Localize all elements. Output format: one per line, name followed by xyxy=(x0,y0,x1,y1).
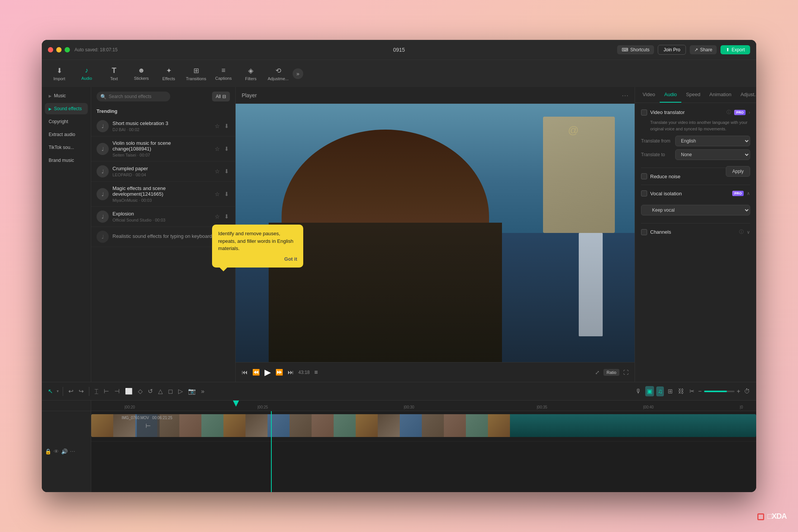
export-button[interactable]: ⬆ Export xyxy=(720,45,750,54)
flip-button[interactable]: △ xyxy=(157,386,164,396)
visibility-icon[interactable]: 👁 xyxy=(54,448,59,454)
sidebar-item-brand-music[interactable]: Brand music xyxy=(45,155,88,166)
got-it-button[interactable]: Got it xyxy=(284,256,297,262)
step-forward-button[interactable]: ⏩ xyxy=(276,369,283,376)
toolbar-item-captions[interactable]: ≡ Captions xyxy=(211,62,236,85)
tab-speed[interactable]: Speed xyxy=(681,87,705,103)
sound-item[interactable]: ♩ Crumpled paper LEOPARD · 00:04 ☆ ⬇ xyxy=(91,162,235,182)
frame-button[interactable]: ◻ xyxy=(166,386,174,396)
rotate-button[interactable]: ↺ xyxy=(146,386,154,396)
favorite-button[interactable]: ☆ xyxy=(214,145,220,153)
translate-from-select[interactable]: English xyxy=(675,136,750,146)
tab-adjust[interactable]: Adjust... xyxy=(736,87,756,103)
playhead-handle[interactable] xyxy=(233,401,239,407)
toolbar-item-filters[interactable]: ◈ Filters xyxy=(238,62,264,85)
unlink-button[interactable]: ✂ xyxy=(688,386,696,396)
trim-right-button[interactable]: ⊣ xyxy=(113,386,121,396)
select-tool[interactable]: ↖ xyxy=(46,386,54,396)
zoom-in-button[interactable]: + xyxy=(737,388,740,395)
fast-forward-button[interactable]: ⏭ xyxy=(288,369,294,376)
ratio-button[interactable]: Ratio xyxy=(603,369,619,376)
list-view-button[interactable]: ≡ xyxy=(314,369,318,376)
play-timeline-button[interactable]: ▷ xyxy=(177,386,184,396)
reduce-noise-checkbox[interactable] xyxy=(641,173,647,179)
sidebar-item-copyright[interactable]: Copyright xyxy=(45,116,88,127)
toolbar-item-transitions[interactable]: ⊞ Transitions xyxy=(183,62,209,85)
search-input[interactable] xyxy=(97,92,170,101)
close-button[interactable] xyxy=(48,47,53,52)
keep-vocal-select[interactable]: Keep vocal xyxy=(641,205,750,215)
redo-button[interactable]: ↪ xyxy=(77,386,85,396)
fullscreen-button[interactable]: ⛶ xyxy=(623,369,629,375)
video-track-button[interactable]: ▣ xyxy=(645,386,654,396)
chevron-down-icon[interactable]: › xyxy=(749,110,750,115)
maximize-button[interactable] xyxy=(65,47,70,52)
toolbar-more-button[interactable]: » xyxy=(293,68,303,79)
more-tools-button[interactable]: » xyxy=(200,386,206,396)
tab-audio[interactable]: Audio xyxy=(660,87,681,103)
favorite-button[interactable]: ☆ xyxy=(214,122,220,130)
sound-meta: DJ BAI · 00:02 xyxy=(112,127,210,132)
mask-button[interactable]: ◇ xyxy=(136,386,144,396)
microphone-button[interactable]: 🎙 xyxy=(634,386,643,396)
sound-item[interactable]: ♩ Explosion Official Sound Studio · 00:0… xyxy=(91,207,235,227)
rewind-button[interactable]: ⏮ xyxy=(242,369,248,376)
toolbar-item-adjustments[interactable]: ⟲ Adjustme... xyxy=(265,62,291,85)
zoom-out-button[interactable]: − xyxy=(698,388,701,395)
download-button[interactable]: ⬇ xyxy=(223,167,230,176)
audio-icon[interactable]: 🔊 xyxy=(61,448,68,454)
sidebar-item-music[interactable]: ▶ Music xyxy=(45,90,88,101)
join-pro-button[interactable]: Join Pro xyxy=(658,45,686,55)
play-button[interactable]: ▶ xyxy=(264,367,271,377)
all-filter-button[interactable]: All ⊟ xyxy=(212,92,230,101)
favorite-button[interactable]: ☆ xyxy=(214,167,220,176)
toolbar-item-audio[interactable]: ♪ Audio xyxy=(74,62,100,85)
sound-item[interactable]: ♩ Magic effects and scene development(12… xyxy=(91,182,235,207)
ellipsis-icon[interactable]: ⋯ xyxy=(70,448,75,454)
channels-info-icon[interactable]: ⓘ xyxy=(739,229,744,235)
toolbar-item-import[interactable]: ⬇ Import xyxy=(46,62,72,85)
translate-to-select[interactable]: None xyxy=(675,149,750,160)
download-button[interactable]: ⬇ xyxy=(223,122,230,130)
tab-animation[interactable]: Animation xyxy=(705,87,736,103)
track-button-3[interactable]: ⊞ xyxy=(666,386,674,396)
snapshot-button[interactable]: 📷 xyxy=(187,386,197,396)
tab-video[interactable]: Video xyxy=(638,87,660,103)
toolbar-item-text[interactable]: T Text xyxy=(101,62,127,85)
sound-item[interactable]: ♩ Short music celebration 3 DJ BAI · 00:… xyxy=(91,116,235,136)
undo-button[interactable]: ↩ xyxy=(67,386,75,396)
download-button[interactable]: ⬇ xyxy=(223,212,230,221)
trim-left-button[interactable]: ⊢ xyxy=(102,386,111,396)
fit-to-screen-button[interactable]: ⤢ xyxy=(595,369,600,375)
sidebar-item-sound-effects[interactable]: ▶ Sound effects xyxy=(45,103,88,114)
info-icon[interactable]: ⓘ xyxy=(727,109,731,116)
toolbar-item-effects[interactable]: ✦ Effects xyxy=(156,62,182,85)
sidebar-item-extract-audio[interactable]: Extract audio xyxy=(45,129,88,140)
channels-checkbox[interactable] xyxy=(641,229,647,235)
channels-expand[interactable]: ∨ xyxy=(747,230,750,235)
toolbar-item-stickers[interactable]: ☻ Stickers xyxy=(128,62,154,85)
favorite-button[interactable]: ☆ xyxy=(214,212,220,221)
zoom-slider[interactable] xyxy=(704,391,735,392)
step-back-button[interactable]: ⏪ xyxy=(252,369,260,376)
sidebar-item-tiktok[interactable]: TikTok sou... xyxy=(45,142,88,153)
link-button[interactable]: ⛓ xyxy=(676,386,686,396)
minimize-button[interactable] xyxy=(56,47,62,52)
sound-item[interactable]: ♩ Violin solo music for scene change(108… xyxy=(91,136,235,162)
shortcuts-button[interactable]: ⌨ Shortcuts xyxy=(617,45,654,54)
favorite-button[interactable]: ☆ xyxy=(214,190,220,198)
lock-icon[interactable]: 🔒 xyxy=(45,448,51,454)
apply-button[interactable]: Apply xyxy=(726,166,750,177)
player-menu-button[interactable]: ⋯ xyxy=(622,91,629,100)
download-button[interactable]: ⬇ xyxy=(223,190,230,198)
download-button[interactable]: ⬇ xyxy=(223,145,230,153)
audio-track-button[interactable]: ♫ xyxy=(656,386,664,396)
split-button[interactable]: ⌶ xyxy=(93,386,100,396)
crop-button[interactable]: ⬜ xyxy=(124,386,134,396)
share-button[interactable]: ↗ Share xyxy=(690,45,717,54)
vocal-isolation-expand[interactable]: ∧ xyxy=(747,191,750,196)
video-clip[interactable]: ⊢ xyxy=(91,414,756,437)
video-translator-checkbox[interactable] xyxy=(641,109,647,116)
vocal-isolation-checkbox[interactable] xyxy=(641,190,647,196)
settings-button[interactable]: ⏱ xyxy=(743,386,752,396)
